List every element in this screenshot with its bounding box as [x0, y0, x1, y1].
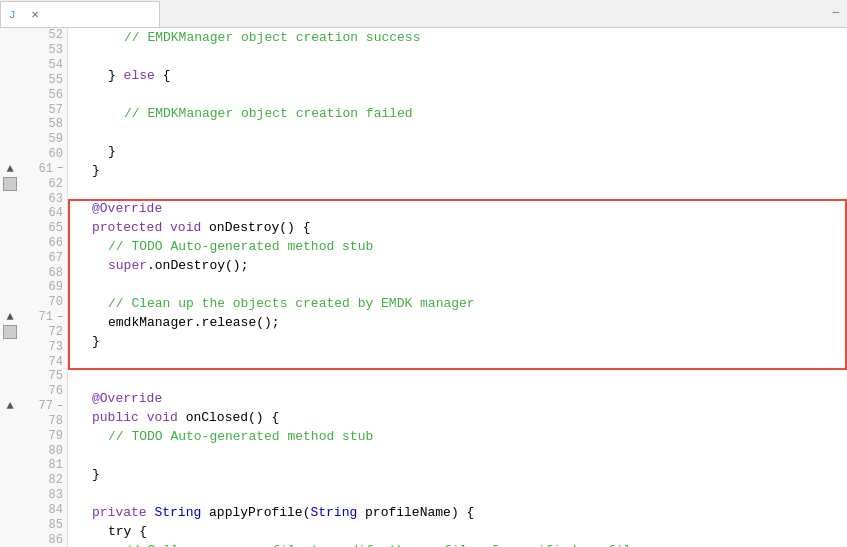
left-marker-74 [0, 354, 20, 369]
left-marker-65 [0, 221, 20, 236]
left-marker-71: ▲ [0, 310, 20, 325]
left-marker-57 [0, 102, 20, 117]
line-number-83: 83 [20, 488, 67, 503]
line-number-73: 73 [20, 339, 67, 354]
line-number-56: 56 [20, 87, 67, 102]
left-marker-60 [0, 147, 20, 162]
left-gutter: ▲▲▲ [0, 28, 20, 547]
code-line-68: } [68, 332, 847, 351]
left-marker-55 [0, 72, 20, 87]
line-number-64: 64 [20, 206, 67, 221]
line-number-61: 61− [20, 161, 67, 176]
line-number-82: 82 [20, 473, 67, 488]
line-number-85: 85 [20, 517, 67, 532]
left-marker-52 [0, 28, 20, 43]
line-number-67: 67 [20, 250, 67, 265]
line-number-63: 63 [20, 191, 67, 206]
left-marker-80 [0, 443, 20, 458]
java-file-icon: J [9, 9, 16, 21]
left-marker-68 [0, 265, 20, 280]
code-line-56: // EMDKManager object creation failed [68, 104, 847, 123]
code-line-66: // Clean up the objects created by EMDK … [68, 294, 847, 313]
code-line-57 [68, 123, 847, 142]
line-number-66: 66 [20, 236, 67, 251]
code-line-71: @Override [68, 389, 847, 408]
file-tab[interactable]: J ✕ [0, 1, 160, 27]
code-line-53 [68, 47, 847, 66]
code-line-74 [68, 446, 847, 465]
line-number-71: 71− [20, 310, 67, 325]
left-marker-72 [0, 325, 20, 340]
code-line-64: super.onDestroy(); [68, 256, 847, 275]
line-number-55: 55 [20, 72, 67, 87]
code-line-52: // EMDKManager object creation success [68, 28, 847, 47]
line-number-58: 58 [20, 117, 67, 132]
left-marker-70 [0, 295, 20, 310]
line-numbers: 52535455565758596061−6263646566676869707… [20, 28, 68, 547]
left-marker-56 [0, 87, 20, 102]
left-marker-61: ▲ [0, 161, 20, 176]
line-number-70: 70 [20, 295, 67, 310]
code-line-63: // TODO Auto-generated method stub [68, 237, 847, 256]
left-marker-82 [0, 473, 20, 488]
left-marker-75 [0, 369, 20, 384]
code-line-78: try { [68, 522, 847, 541]
code-line-73: // TODO Auto-generated method stub [68, 427, 847, 446]
code-line-65 [68, 275, 847, 294]
left-marker-78 [0, 414, 20, 429]
code-line-70 [68, 370, 847, 389]
line-number-57: 57 [20, 102, 67, 117]
left-marker-77: ▲ [0, 399, 20, 414]
line-number-75: 75 [20, 369, 67, 384]
code-content[interactable]: // EMDKManager object creation success} … [68, 28, 847, 547]
code-line-58: } [68, 142, 847, 161]
tab-close-button[interactable]: ✕ [32, 7, 39, 22]
code-line-69 [68, 351, 847, 370]
code-line-72: public void onClosed() { [68, 408, 847, 427]
line-number-78: 78 [20, 414, 67, 429]
left-marker-63 [0, 191, 20, 206]
line-number-52: 52 [20, 28, 67, 43]
line-number-54: 54 [20, 58, 67, 73]
left-marker-58 [0, 117, 20, 132]
line-number-79: 79 [20, 428, 67, 443]
line-number-53: 53 [20, 43, 67, 58]
code-line-77: private String applyProfile(String profi… [68, 503, 847, 522]
code-line-75: } [68, 465, 847, 484]
code-lines: // EMDKManager object creation success} … [68, 28, 847, 547]
code-line-60 [68, 180, 847, 199]
left-marker-79 [0, 428, 20, 443]
left-marker-62 [0, 176, 20, 191]
left-marker-76 [0, 384, 20, 399]
left-marker-54 [0, 58, 20, 73]
line-number-76: 76 [20, 384, 67, 399]
code-line-61: @Override [68, 199, 847, 218]
line-number-65: 65 [20, 221, 67, 236]
code-line-67: emdkManager.release(); [68, 313, 847, 332]
code-line-62: protected void onDestroy() { [68, 218, 847, 237]
tab-bar: J ✕ — [0, 0, 847, 28]
line-number-84: 84 [20, 503, 67, 518]
left-marker-73 [0, 339, 20, 354]
left-marker-53 [0, 43, 20, 58]
left-marker-67 [0, 250, 20, 265]
code-line-76 [68, 484, 847, 503]
left-marker-81 [0, 458, 20, 473]
left-marker-64 [0, 206, 20, 221]
left-marker-83 [0, 488, 20, 503]
left-marker-69 [0, 280, 20, 295]
line-number-77: 77− [20, 399, 67, 414]
left-marker-59 [0, 132, 20, 147]
code-line-54: } else { [68, 66, 847, 85]
left-marker-66 [0, 236, 20, 251]
left-marker-85 [0, 517, 20, 532]
line-number-86: 86 [20, 532, 67, 547]
code-area: ▲▲▲ 52535455565758596061−626364656667686… [0, 28, 847, 547]
minimize-button[interactable]: — [832, 6, 839, 18]
left-marker-86 [0, 532, 20, 547]
line-number-68: 68 [20, 265, 67, 280]
line-number-74: 74 [20, 354, 67, 369]
line-number-59: 59 [20, 132, 67, 147]
editor-container: J ✕ — ▲▲▲ 52535455565758596061−626364656… [0, 0, 847, 547]
code-line-55 [68, 85, 847, 104]
